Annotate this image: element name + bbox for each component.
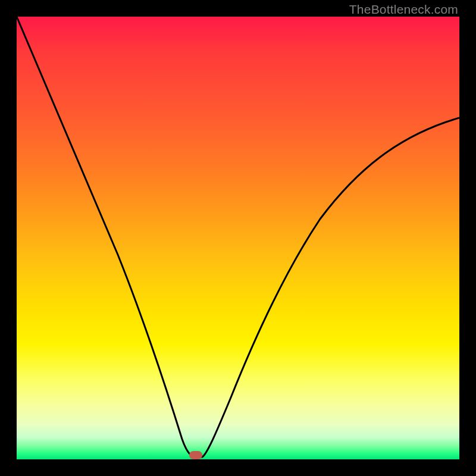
- optimal-point-marker: [189, 451, 202, 459]
- watermark-text: TheBottleneck.com: [349, 2, 458, 17]
- curve-layer: [17, 17, 459, 459]
- chart-frame: TheBottleneck.com: [0, 0, 476, 476]
- bottleneck-curve: [17, 17, 459, 457]
- plot-area: [17, 17, 459, 459]
